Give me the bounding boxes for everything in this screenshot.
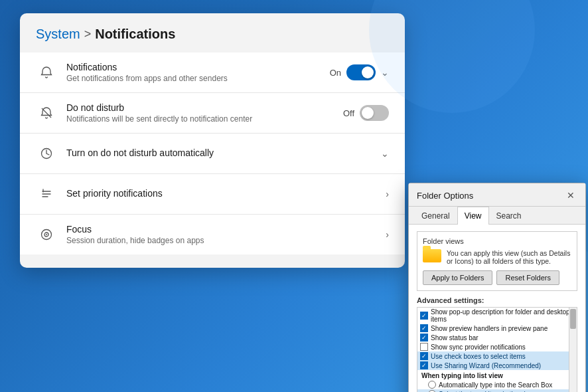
svg-point-7 — [46, 234, 47, 235]
dnd-toggle[interactable] — [360, 105, 389, 121]
settings-panel: System > Notifications Notifications Get… — [20, 13, 405, 268]
priority-title: Set priority notifications — [66, 188, 386, 199]
notifications-subtitle: Get notifications from apps and other se… — [66, 74, 330, 83]
dnd-text: Do not disturb Notifications will be sen… — [66, 102, 343, 124]
dnd-subtitle: Notifications will be sent directly to n… — [66, 114, 343, 124]
focus-control: › — [386, 229, 389, 240]
notifications-toggle-label: On — [330, 68, 341, 78]
advanced-list: ✓ Show pop-up description for folder and… — [417, 307, 577, 392]
folder-views-title: Folder views — [423, 237, 571, 245]
focus-subtitle: Session duration, hide badges on apps — [66, 236, 386, 245]
clock-icon — [36, 143, 57, 164]
apply-to-folders-button[interactable]: Apply to Folders — [423, 270, 492, 285]
breadcrumb-current: Notifications — [95, 27, 175, 42]
dnd-control: Off — [343, 105, 389, 121]
focus-icon — [36, 224, 57, 245]
notifications-title: Notifications — [66, 62, 330, 72]
notifications-toggle-thumb — [362, 66, 374, 78]
folder-options-dialog: Folder Options ✕ General View Search Fol… — [408, 183, 586, 392]
folder-views-description: You can apply this view (such as Details… — [447, 249, 571, 265]
checkbox-0[interactable]: ✓ — [420, 312, 428, 320]
advanced-section: Advanced settings: ✓ Show pop-up descrip… — [417, 296, 577, 392]
breadcrumb: System > Notifications — [20, 27, 405, 52]
auto-dnd-chevron: ⌄ — [381, 148, 389, 159]
adv-item-2[interactable]: ✓ Show status bar — [417, 333, 577, 342]
reset-folders-button[interactable]: Reset Folders — [496, 270, 559, 285]
auto-dnd-title: Turn on do not disturb automatically — [66, 147, 381, 158]
adv-item-radio-0[interactable]: Automatically type into the Search Box — [417, 380, 577, 389]
checkbox-4[interactable]: ✓ — [420, 352, 428, 360]
folder-icon-body — [423, 249, 441, 262]
settings-item-priority[interactable]: Set priority notifications › — [20, 174, 405, 215]
adv-item-radio-1[interactable]: Select the typed item in the view — [417, 389, 577, 392]
dnd-toggle-label: Off — [343, 108, 354, 118]
dialog-tabs: General View Search — [409, 207, 585, 225]
checkbox-5[interactable]: ✓ — [420, 361, 428, 369]
focus-chevron: › — [386, 229, 389, 240]
bell-icon — [36, 62, 57, 83]
focus-text: Focus Session duration, hide badges on a… — [66, 224, 386, 245]
adv-item-5[interactable]: ✓ Use Sharing Wizard (Recommended) — [417, 361, 577, 370]
dnd-title: Do not disturb — [66, 102, 343, 113]
folder-views-buttons: Apply to Folders Reset Folders — [423, 270, 571, 285]
dialog-title: Folder Options — [417, 191, 473, 201]
dialog-titlebar: Folder Options ✕ — [409, 183, 585, 207]
checkbox-1[interactable]: ✓ — [420, 324, 428, 332]
dialog-close-button[interactable]: ✕ — [564, 189, 577, 202]
adv-item-4[interactable]: ✓ Use check boxes to select items — [417, 351, 577, 361]
dialog-body: Folder views You can apply this view (su… — [409, 225, 585, 392]
folder-views-content: You can apply this view (such as Details… — [423, 249, 571, 265]
folder-icon — [423, 249, 441, 265]
scrollbar-thumb[interactable] — [570, 309, 576, 329]
adv-group-typing: When typing into list view — [417, 370, 577, 380]
advanced-title: Advanced settings: — [417, 296, 577, 304]
auto-dnd-control: ⌄ — [381, 148, 389, 159]
focus-title: Focus — [66, 224, 386, 235]
checkbox-2[interactable]: ✓ — [420, 334, 428, 342]
settings-item-dnd[interactable]: Do not disturb Notifications will be sen… — [20, 93, 405, 134]
settings-item-notifications[interactable]: Notifications Get notifications from app… — [20, 52, 405, 93]
dnd-toggle-thumb — [362, 107, 374, 119]
priority-chevron: › — [386, 189, 389, 199]
adv-item-3[interactable]: Show sync provider notifications — [417, 342, 577, 351]
scrollbar[interactable] — [569, 308, 577, 392]
auto-dnd-text: Turn on do not disturb automatically — [66, 147, 381, 159]
settings-item-focus[interactable]: Focus Session duration, hide badges on a… — [20, 215, 405, 254]
settings-item-auto-dnd[interactable]: Turn on do not disturb automatically ⌄ — [20, 134, 405, 174]
adv-item-0[interactable]: ✓ Show pop-up description for folder and… — [417, 308, 577, 324]
notifications-text: Notifications Get notifications from app… — [66, 62, 330, 83]
folder-views-section: Folder views You can apply this view (su… — [417, 231, 577, 291]
tab-view[interactable]: View — [457, 207, 489, 225]
priority-text: Set priority notifications — [66, 188, 386, 200]
tab-search[interactable]: Search — [489, 207, 529, 225]
list-priority-icon — [36, 183, 57, 205]
breadcrumb-separator: > — [84, 27, 92, 41]
notifications-chevron: ⌄ — [381, 67, 389, 78]
adv-item-1[interactable]: ✓ Show preview handlers in preview pane — [417, 324, 577, 333]
breadcrumb-system-link[interactable]: System — [36, 27, 80, 42]
notifications-control: On ⌄ — [330, 64, 389, 80]
dnd-bell-icon — [36, 102, 57, 124]
checkbox-3[interactable] — [420, 343, 428, 351]
notifications-toggle[interactable] — [346, 64, 376, 80]
tab-general[interactable]: General — [414, 207, 457, 225]
radio-search-box[interactable] — [428, 381, 436, 389]
priority-control: › — [386, 189, 389, 199]
